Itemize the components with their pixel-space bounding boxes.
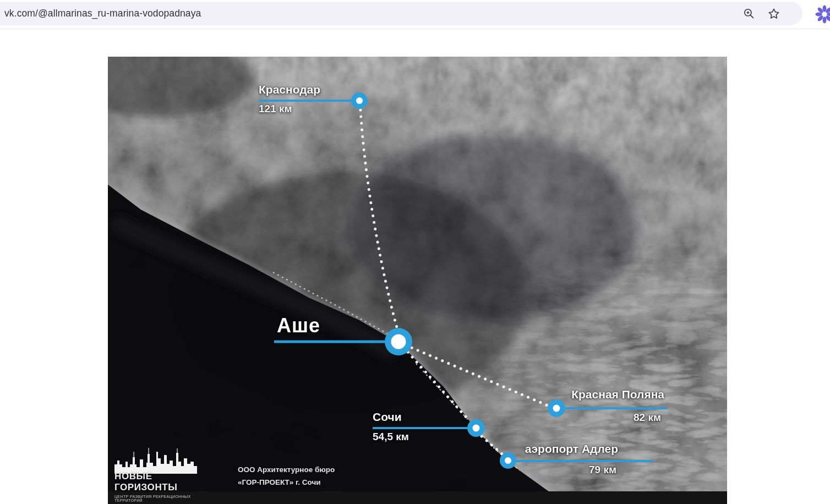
sochi-label: Сочи <box>373 410 402 424</box>
satellite-map-image: Краснодар 121 км Аше Сочи 54,5 км Красна… <box>108 57 727 504</box>
city-skyline-icon <box>114 447 198 474</box>
novye-gorizonty-logo: НОВЫЕ ГОРИЗОНТЫ ЦЕНТР РАЗВИТИЯ РЕКРЕАЦИО… <box>114 447 214 502</box>
bookmark-star-icon[interactable] <box>767 7 780 20</box>
url-text[interactable]: vk.com/@allmarinas_ru-marina-vodopadnaya <box>4 2 201 25</box>
logo-subtitle: ЦЕНТР РАЗВИТИЯ РЕКРЕАЦИОННЫХ ТЕРРИТОРИЙ <box>114 495 214 502</box>
adler-distance: 79 км <box>589 464 616 476</box>
routes-and-markers <box>108 57 727 504</box>
krasnodar-distance: 121 км <box>259 103 292 115</box>
url-bar[interactable]: vk.com/@allmarinas_ru-marina-vodopadnaya <box>0 2 802 25</box>
krasnaya-polyana-distance: 82 км <box>634 412 661 424</box>
extension-burst-icon[interactable] <box>815 5 830 24</box>
route-sochi-adler <box>482 436 502 454</box>
route-ashe-sochi <box>408 352 469 420</box>
credit-line-2: «ГОР-ПРОЕКТ» г. Сочи <box>238 476 335 489</box>
route-krasnodar-ashe <box>361 110 397 327</box>
krasnodar-label: Краснодар <box>259 83 320 96</box>
credit-line-1: ООО Архитектурное бюро <box>238 463 335 476</box>
browser-toolbar: vk.com/@allmarinas_ru-marina-vodopadnaya <box>0 0 830 29</box>
zoom-in-icon[interactable] <box>742 7 755 20</box>
adler-label: аэропорт Адлер <box>525 442 618 456</box>
ashe-label: Аше <box>277 314 320 337</box>
credit-text: ООО Архитектурное бюро «ГОР-ПРОЕКТ» г. С… <box>238 463 335 489</box>
route-ashe-krasnaya-polyana <box>412 348 548 406</box>
krasnaya-polyana-label: Красная Поляна <box>571 388 664 401</box>
sochi-distance: 54,5 км <box>373 431 409 443</box>
page-content: Краснодар 121 км Аше Сочи 54,5 км Красна… <box>0 30 830 504</box>
logo-title: НОВЫЕ ГОРИЗОНТЫ <box>114 471 214 493</box>
